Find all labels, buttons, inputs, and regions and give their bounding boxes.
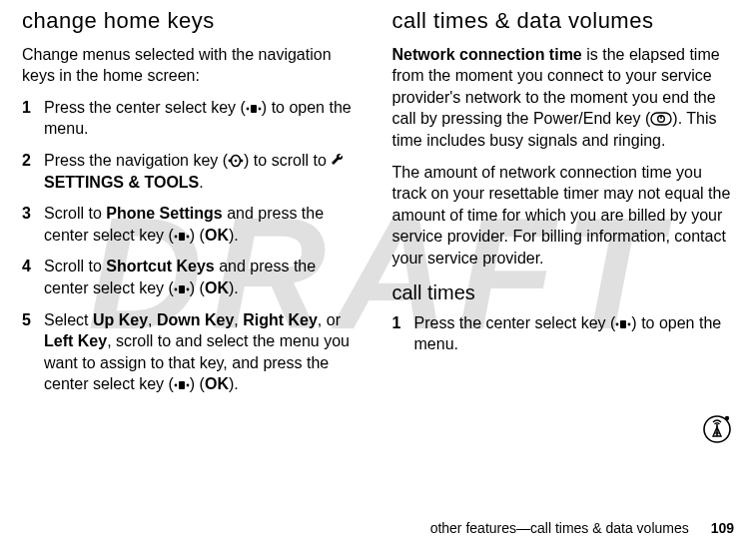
intro-text: Change menus selected with the navigatio… <box>22 44 365 87</box>
network-connection-paragraph: Network connection time is the elapsed t… <box>392 44 735 152</box>
svg-rect-21 <box>620 320 626 328</box>
text-fragment: Scroll to <box>44 258 106 274</box>
footer-text: other features—call times & data volumes <box>430 520 689 536</box>
text-fragment: ) to scroll to <box>244 152 331 169</box>
text-fragment: ) ( <box>190 375 205 392</box>
center-select-key-icon <box>246 103 262 115</box>
step-number: 3 <box>22 203 34 246</box>
page-columns: change home keys Change menus selected w… <box>0 0 756 405</box>
svg-point-8 <box>186 235 189 238</box>
heading-change-home-keys: change home keys <box>22 6 365 36</box>
steps-list-right: 1 Press the center select key () to open… <box>392 312 735 355</box>
step-text: Scroll to Shortcut Keys and press the ce… <box>44 256 365 298</box>
text-fragment: , <box>234 311 243 328</box>
text-fragment: Select <box>44 311 93 328</box>
step-1: 1 Press the center select key () to open… <box>22 97 365 140</box>
svg-rect-15 <box>179 381 185 389</box>
step-number: 1 <box>392 312 404 355</box>
step-number: 1 <box>22 97 34 140</box>
svg-point-14 <box>186 384 189 387</box>
ok-label: OK <box>205 375 229 392</box>
text-fragment: ) ( <box>190 279 205 296</box>
billing-disclaimer: The amount of network connection time yo… <box>392 162 735 270</box>
svg-point-19 <box>616 322 619 325</box>
tools-icon <box>331 153 345 167</box>
text-fragment: ). <box>229 375 239 392</box>
text-fragment: ) ( <box>190 227 205 244</box>
step-4: 4 Scroll to Shortcut Keys and press the … <box>22 256 365 298</box>
step-text: Scroll to Phone Settings and press the c… <box>44 203 365 246</box>
down-key-label: Down Key <box>157 311 234 328</box>
svg-point-25 <box>725 416 729 420</box>
text-fragment: ). <box>229 279 239 296</box>
svg-point-7 <box>174 235 177 238</box>
page-footer: other features—call times & data volumes… <box>430 520 734 536</box>
step-number: 2 <box>22 150 34 193</box>
svg-point-10 <box>174 288 177 291</box>
text-fragment: Scroll to <box>44 205 106 222</box>
center-select-key-icon <box>174 283 190 295</box>
svg-point-1 <box>258 107 261 110</box>
page-number: 109 <box>711 520 734 536</box>
step-2: 2 Press the navigation key () to scroll … <box>22 150 365 193</box>
svg-point-13 <box>174 384 177 387</box>
text-fragment: Press the navigation key ( <box>44 152 228 169</box>
step-number: 4 <box>22 256 34 298</box>
phone-settings-label: Phone Settings <box>106 205 222 222</box>
text-fragment: Press the center select key ( <box>44 99 246 116</box>
text-fragment: ). <box>229 227 239 244</box>
step-text: Press the center select key () to open t… <box>44 97 365 140</box>
shortcut-keys-label: Shortcut Keys <box>106 258 214 274</box>
text-fragment: . <box>199 174 203 191</box>
text-fragment: , <box>148 311 157 328</box>
svg-rect-2 <box>251 105 257 113</box>
ok-label: OK <box>205 279 229 296</box>
power-end-key-icon <box>650 112 672 126</box>
right-column: call times & data volumes Network connec… <box>392 6 735 405</box>
step-text: Press the navigation key () to scroll to… <box>44 150 365 193</box>
step-text: Press the center select key () to open t… <box>414 312 735 355</box>
center-select-key-icon <box>615 318 631 330</box>
settings-tools-label: SETTINGS & TOOLS <box>44 174 199 191</box>
up-key-label: Up Key <box>93 311 148 328</box>
svg-point-0 <box>246 107 249 110</box>
antenna-feature-icon <box>702 414 732 444</box>
center-select-key-icon <box>174 379 190 391</box>
step-number: 5 <box>22 309 34 395</box>
steps-list-left: 1 Press the center select key () to open… <box>22 97 365 395</box>
text-fragment: Press the center select key ( <box>414 314 616 331</box>
center-select-key-icon <box>174 231 190 243</box>
navigation-key-icon <box>228 154 244 168</box>
text-fragment: , or <box>318 311 341 328</box>
step-3: 3 Scroll to Phone Settings and press the… <box>22 203 365 246</box>
step-1: 1 Press the center select key () to open… <box>392 312 735 355</box>
svg-rect-9 <box>179 233 185 241</box>
left-column: change home keys Change menus selected w… <box>22 6 365 405</box>
right-key-label: Right Key <box>243 311 318 328</box>
svg-rect-12 <box>179 285 185 293</box>
left-key-label: Left Key <box>44 332 107 349</box>
svg-point-6 <box>235 160 238 163</box>
svg-point-11 <box>186 288 189 291</box>
ok-label: OK <box>205 227 229 244</box>
heading-call-times-data: call times & data volumes <box>392 6 735 36</box>
step-text: Select Up Key, Down Key, Right Key, or L… <box>44 309 365 395</box>
subheading-call-times: call times <box>392 279 735 306</box>
step-5: 5 Select Up Key, Down Key, Right Key, or… <box>22 309 365 395</box>
text-bold-fragment: Network connection time <box>392 46 582 63</box>
